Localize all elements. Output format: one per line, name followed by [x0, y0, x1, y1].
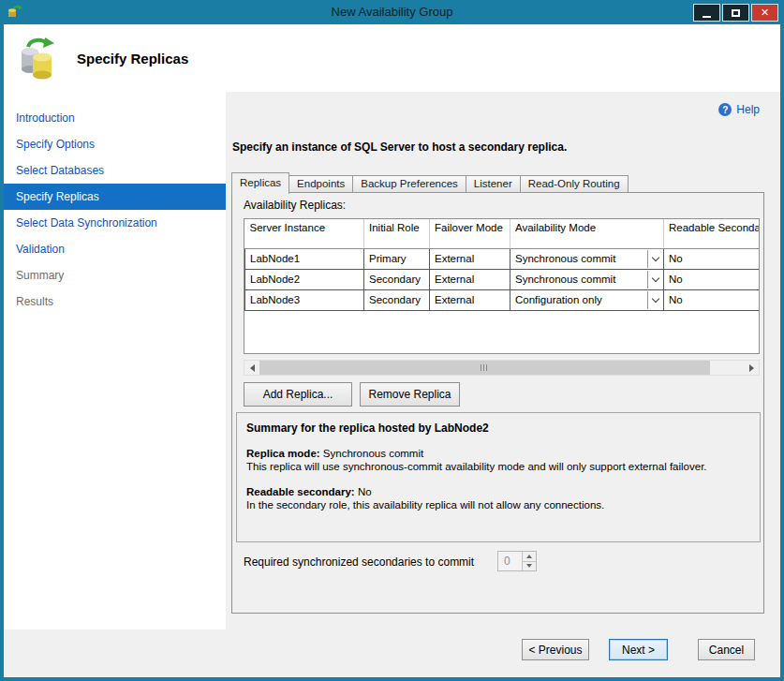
- main-content: ? Help Specify an instance of SQL Server…: [226, 92, 780, 629]
- help-icon: ?: [718, 103, 732, 116]
- spinner-down-button[interactable]: [523, 561, 536, 571]
- column-header-initial-role: Initial Role: [364, 219, 430, 248]
- summary-title: Summary for the replica hosted by LabNod…: [246, 422, 750, 435]
- cell-initial-role: Primary: [364, 248, 430, 269]
- cell-readable-secondary: No: [664, 248, 761, 269]
- previous-button[interactable]: < Previous: [522, 639, 589, 660]
- cell-server-instance: LabNode2: [245, 269, 364, 289]
- sidebar-item-specify-replicas[interactable]: Specify Replicas: [4, 184, 226, 210]
- remove-replica-button[interactable]: Remove Replica: [360, 382, 460, 407]
- sidebar-item-summary: Summary: [4, 262, 226, 289]
- chevron-down-icon: [651, 294, 658, 302]
- chevron-down-icon: [651, 253, 658, 260]
- wizard-steps-sidebar: Introduction Specify Options Select Data…: [4, 92, 226, 629]
- sidebar-item-validation[interactable]: Validation: [4, 236, 226, 262]
- replica-row[interactable]: LabNode1 Primary External Synchronous co…: [245, 248, 761, 269]
- replicas-grid: Server Instance Initial Role Failover Mo…: [244, 218, 760, 354]
- replica-mode-value: Synchronous commit: [323, 448, 423, 459]
- horizontal-scrollbar[interactable]: [244, 360, 760, 376]
- summary-panel: Summary for the replica hosted by LabNod…: [236, 412, 761, 542]
- column-header-readable-secondary: Readable Secondary: [664, 219, 761, 248]
- combobox-dropdown-button[interactable]: [647, 250, 662, 268]
- replica-mode-label: Replica mode:: [246, 448, 320, 459]
- add-replica-button[interactable]: Add Replica...: [244, 382, 352, 407]
- close-icon: ✕: [761, 7, 769, 19]
- availability-replicas-label: Availability Replicas:: [244, 199, 346, 212]
- tab-strip: Replicas Endpoints Backup Preferences Li…: [231, 172, 628, 193]
- minimize-button[interactable]: [693, 4, 720, 22]
- scrollbar-track[interactable]: [259, 361, 744, 375]
- column-header-server-instance: Server Instance: [245, 219, 364, 248]
- help-link[interactable]: ? Help: [718, 103, 760, 116]
- cell-failover-mode: External: [430, 289, 510, 310]
- window-title: New Availability Group: [0, 0, 784, 24]
- sidebar-item-introduction[interactable]: Introduction: [4, 105, 226, 131]
- footer: < Previous Next > Cancel: [4, 629, 780, 677]
- combobox-dropdown-button[interactable]: [647, 291, 662, 309]
- titlebar[interactable]: New Availability Group ✕: [0, 0, 784, 24]
- arrow-down-icon: [526, 564, 532, 570]
- cell-initial-role: Secondary: [364, 289, 430, 310]
- scroll-left-button[interactable]: [244, 361, 259, 375]
- cell-initial-role: Secondary: [364, 269, 430, 289]
- replica-mode-description: This replica will use synchronous-commit…: [246, 460, 750, 473]
- replica-row[interactable]: LabNode2 Secondary External Synchronous …: [245, 269, 761, 289]
- tab-replicas[interactable]: Replicas: [231, 172, 289, 194]
- minimize-icon: [703, 16, 711, 18]
- readable-secondary-value: No: [358, 486, 372, 497]
- cell-failover-mode: External: [430, 269, 510, 289]
- combobox-dropdown-button[interactable]: [647, 271, 662, 289]
- tab-read-only-routing[interactable]: Read-Only Routing: [520, 175, 629, 193]
- cell-readable-secondary: No: [664, 269, 761, 289]
- readable-secondary-description: In the secondary role, this availability…: [246, 498, 750, 511]
- cell-server-instance: LabNode1: [245, 248, 364, 269]
- chevron-down-icon: [651, 274, 658, 281]
- cell-server-instance: LabNode3: [245, 289, 364, 310]
- tab-listener[interactable]: Listener: [466, 175, 521, 193]
- wizard-header: Specify Replicas: [4, 24, 780, 92]
- replica-row[interactable]: LabNode3 Secondary External Configuratio…: [245, 289, 761, 310]
- column-header-availability-mode: Availability Mode: [510, 219, 664, 248]
- new-availability-group-window: New Availability Group ✕ Specify Replica…: [0, 0, 784, 681]
- tab-backup-preferences[interactable]: Backup Preferences: [352, 175, 466, 193]
- maximize-button[interactable]: [722, 4, 749, 22]
- close-button[interactable]: ✕: [751, 4, 778, 22]
- sidebar-item-select-data-synchronization[interactable]: Select Data Synchronization: [4, 210, 226, 236]
- required-secondaries-spinner[interactable]: 0: [497, 551, 537, 571]
- scroll-right-icon: [749, 364, 758, 372]
- help-label: Help: [736, 103, 760, 116]
- column-header-failover-mode: Failover Mode: [430, 219, 510, 248]
- maximize-icon: [732, 9, 740, 17]
- spinner-value: 0: [498, 552, 522, 570]
- availability-mode-combobox[interactable]: Synchronous commit: [510, 269, 664, 289]
- readable-secondary-label: Readable secondary:: [246, 486, 355, 497]
- availability-mode-combobox[interactable]: Synchronous commit: [510, 248, 664, 269]
- replicas-tab-panel: Availability Replicas: Server Instance I…: [231, 192, 764, 614]
- scrollbar-thumb[interactable]: [259, 361, 710, 375]
- next-button[interactable]: Next >: [609, 639, 668, 660]
- sidebar-item-select-databases[interactable]: Select Databases: [4, 157, 226, 184]
- tab-endpoints[interactable]: Endpoints: [288, 175, 353, 193]
- scroll-right-button[interactable]: [744, 361, 759, 375]
- cancel-button[interactable]: Cancel: [698, 639, 755, 660]
- cell-readable-secondary: No: [664, 289, 761, 310]
- scrollbar-gripper-icon: [481, 364, 488, 371]
- arrow-up-icon: [526, 552, 532, 558]
- scroll-left-icon: [246, 364, 255, 372]
- page-title: Specify Replicas: [77, 51, 188, 67]
- instruction-text: Specify an instance of SQL Server to hos…: [232, 141, 567, 154]
- availability-mode-combobox[interactable]: Configuration only: [510, 289, 664, 310]
- required-secondaries-label: Required synchronized secondaries to com…: [244, 555, 474, 569]
- sidebar-item-results: Results: [4, 289, 226, 315]
- database-replica-icon: [17, 36, 62, 81]
- sidebar-item-specify-options[interactable]: Specify Options: [4, 131, 226, 157]
- cell-failover-mode: External: [430, 248, 510, 269]
- spinner-up-button[interactable]: [523, 552, 536, 561]
